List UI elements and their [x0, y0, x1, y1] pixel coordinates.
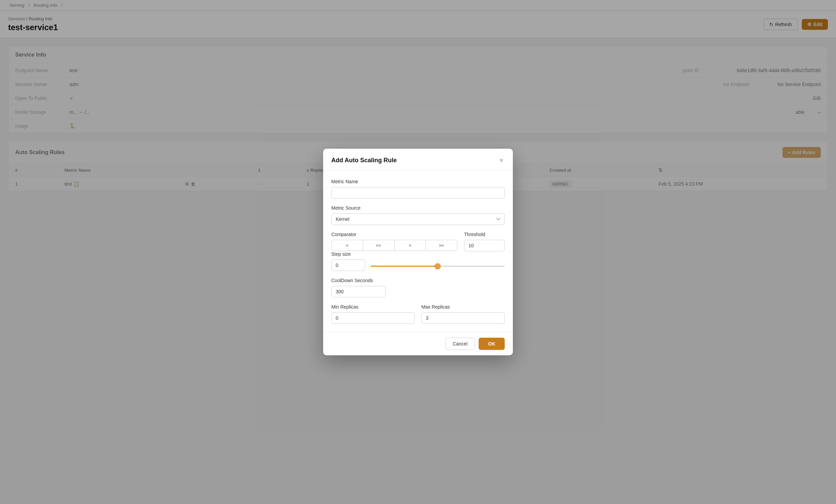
min-replicas-label: Min Replicas [331, 304, 415, 310]
metric-name-label: Metric Name [331, 179, 505, 184]
modal-close-button[interactable]: × [498, 155, 505, 165]
step-size-row [331, 259, 505, 271]
comparator-gte-button[interactable]: >= [426, 240, 457, 251]
comparator-buttons: < <= > >= [331, 240, 457, 251]
step-size-input[interactable] [331, 259, 365, 271]
comparator-lt-button[interactable]: < [331, 240, 363, 251]
metric-source-label: Metric Source [331, 205, 505, 211]
metric-source-select[interactable]: Kernel Custom [331, 213, 505, 225]
modal-title: Add Auto Scaling Rule [331, 157, 397, 164]
comparator-threshold-group: Comparator < <= > >= Threshold [331, 232, 505, 251]
replicas-group: Min Replicas Max Replicas [331, 304, 505, 324]
cooldown-group: CoolDown Seconds [331, 278, 505, 297]
max-replicas-input[interactable] [421, 312, 505, 324]
max-replicas-group: Max Replicas [421, 304, 505, 324]
metric-source-group: Metric Source Kernel Custom [331, 205, 505, 225]
modal-overlay: Add Auto Scaling Rule × Metric Name Metr… [0, 0, 836, 504]
min-replicas-group: Min Replicas [331, 304, 415, 324]
page-background: Serving / Routing Info / Services / Rout… [0, 0, 836, 504]
step-size-label: Step size [331, 251, 505, 257]
comparator-gt-button[interactable]: > [395, 240, 426, 251]
comparator-group: Comparator < <= > >= [331, 232, 457, 251]
comparator-label: Comparator [331, 232, 457, 237]
max-replicas-label: Max Replicas [421, 304, 505, 310]
threshold-input[interactable] [464, 240, 505, 251]
cancel-button[interactable]: Cancel [445, 338, 475, 350]
metric-name-input[interactable] [331, 187, 505, 198]
modal-body: Metric Name Metric Source Kernel Custom … [323, 171, 513, 332]
step-size-slider-container [370, 263, 505, 268]
step-size-slider[interactable] [370, 266, 505, 267]
cooldown-input[interactable] [331, 286, 385, 297]
metric-name-group: Metric Name [331, 179, 505, 198]
threshold-group: Threshold [464, 232, 505, 251]
step-size-group: Step size [331, 251, 505, 271]
modal-header: Add Auto Scaling Rule × [323, 149, 513, 171]
min-replicas-input[interactable] [331, 312, 415, 324]
ok-button[interactable]: OK [479, 338, 505, 350]
modal-dialog: Add Auto Scaling Rule × Metric Name Metr… [323, 149, 513, 355]
comparator-lte-button[interactable]: <= [363, 240, 395, 251]
modal-footer: Cancel OK [323, 332, 513, 355]
cooldown-label: CoolDown Seconds [331, 278, 505, 283]
threshold-label: Threshold [464, 232, 505, 237]
